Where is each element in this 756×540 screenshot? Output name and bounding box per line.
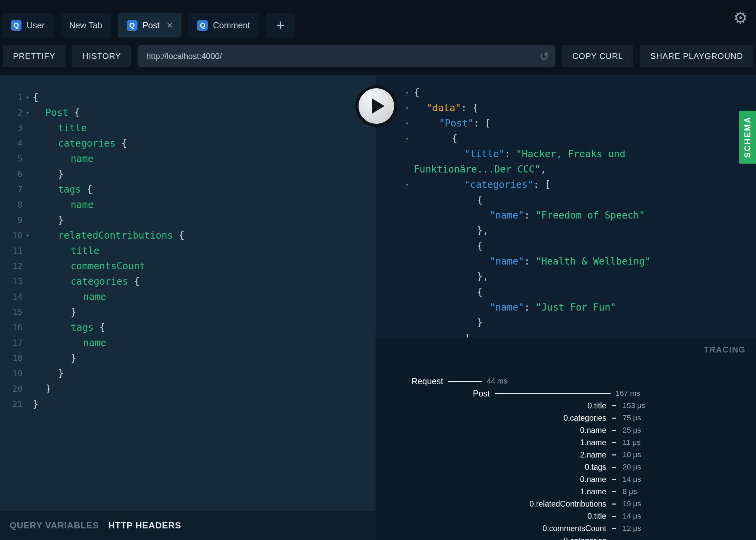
response-line: "name": "Freedom of Speech" [376,208,756,223]
tab-label: Comment [213,20,250,30]
trace-duration: 19 μs [623,499,641,508]
editor-line: 3title [0,120,376,136]
graphql-playground-window: QUserNew TabQPost×QComment+ ⚙ PRETTIFY H… [0,0,756,540]
fold-arrow-icon[interactable]: ▾ [405,85,409,100]
code-text: tags { [33,182,92,197]
response-line: ▾{ [376,131,756,146]
query-editor[interactable]: 1▾{2▾Post {3title4categories {5name6}7ta… [0,75,376,511]
editor-line: 10▾relatedContributions { [0,228,376,243]
settings-gear-icon[interactable]: ⚙ [733,10,748,26]
response-text: Funktionäre...Der CCC", [376,162,546,177]
fold-arrow-icon[interactable]: ▾ [405,116,409,131]
tab-comment[interactable]: QComment [188,13,259,38]
main-area: 1▾{2▾Post {3title4categories {5name6}7ta… [0,75,756,540]
editor-line: 6} [0,166,376,182]
fold-arrow-icon[interactable]: ▾ [405,131,409,146]
query-type-icon: Q [127,20,137,31]
trace-duration: 167 ms [615,389,640,398]
trace-duration: 75 μs [623,414,641,422]
editor-line: 18} [0,350,376,366]
fold-arrow-icon[interactable]: ▾ [23,90,33,105]
fold-arrow-icon[interactable]: ▾ [23,105,33,120]
trace-row: 0.title14 μs [376,510,756,522]
trace-label: 0.categories [376,414,606,423]
fold-gutter [23,289,33,304]
editor-line: 9} [0,212,376,228]
trace-duration: 10 μs [623,450,641,459]
trace-row: 0.name14 μs [376,473,756,485]
trace-row: Post167 ms [376,387,756,400]
response-text: } [376,315,483,330]
code-text: { [33,90,39,105]
response-text: "categories": [ [376,177,551,192]
trace-duration-bar [612,504,616,505]
editor-line: 19} [0,366,376,381]
trace-row: 0.commentsCount12 μs [376,522,756,535]
line-number: 21 [0,396,23,412]
code-text: } [33,166,64,182]
trace-duration: 12 μs [623,524,641,533]
editor-line: 11title [0,243,376,258]
execute-query-play-button[interactable] [355,85,397,127]
new-tab-button[interactable]: + [266,13,295,38]
trace-label: 0.title [376,401,606,410]
http-headers-tab[interactable]: HTTP HEADERS [108,520,181,531]
tab-post[interactable]: QPost× [118,13,182,38]
trace-duration-bar [612,454,616,455]
response-line: Funktionäre...Der CCC", [376,162,756,177]
trace-label: 0.categories [376,536,606,540]
tab-new-tab[interactable]: New Tab [60,13,111,38]
history-button[interactable]: HISTORY [72,45,131,67]
response-text: }, [376,223,489,238]
schema-side-tab[interactable]: SCHEMA [739,111,756,164]
trace-duration: 8 μs [623,487,637,496]
trace-row: Request44 ms [376,375,756,387]
line-number: 18 [0,350,23,366]
trace-label: 0.tags [376,463,606,472]
tracing-panel: TRACING Request44 msPost167 ms0.title153… [376,338,756,540]
copy-curl-button[interactable]: COPY CURL [562,45,634,67]
trace-label: Post [376,389,490,399]
fold-arrow-icon[interactable]: ▾ [405,100,409,116]
response-line: }, [376,269,756,284]
trace-label: 1.name [376,438,606,447]
trace-row: 0.categories75 μs [376,412,756,424]
reload-schema-icon[interactable]: ↺ [539,50,549,62]
response-viewer[interactable]: ▾{▾"data": {▾"Post": [▾{"title": "Hacker… [376,75,756,338]
trace-duration: 14 μs [623,512,641,521]
response-text: { [376,192,483,208]
tab-label: Post [143,20,160,30]
query-variables-tab[interactable]: QUERY VARIABLES [10,520,99,531]
trace-duration-bar [612,491,616,492]
tab-label: User [27,20,45,30]
editor-line: 5name [0,151,376,166]
fold-gutter [23,182,33,197]
tracing-panel-toggle[interactable]: TRACING [704,345,746,355]
code-text: name [33,197,93,212]
endpoint-url-input[interactable]: http://localhost:4000/ ↺ [138,45,555,67]
line-number: 14 [0,289,23,304]
trace-duration: 20 μs [623,463,641,471]
editor-line: 13categories { [0,274,376,289]
line-number: 11 [0,243,23,258]
fold-gutter [23,381,33,396]
line-number: 6 [0,166,23,182]
line-number: 15 [0,304,23,320]
close-tab-icon[interactable]: × [167,20,173,30]
share-playground-button[interactable]: SHARE PLAYGROUND [640,45,753,67]
response-line: ] [376,330,756,338]
fold-arrow-icon[interactable]: ▾ [405,177,409,192]
response-line: { [376,192,756,208]
editor-line: 1▾{ [0,90,376,105]
trace-row: 0.relatedContributions19 μs [376,498,756,510]
response-text: { [376,131,457,146]
trace-duration-bar [448,381,482,382]
fold-gutter [23,212,33,228]
line-number: 3 [0,120,23,136]
fold-arrow-icon[interactable]: ▾ [23,228,33,243]
editor-line: 2▾Post { [0,105,376,120]
trace-label: 0.name [376,426,606,435]
tab-user[interactable]: QUser [2,13,54,38]
prettify-button[interactable]: PRETTIFY [3,45,66,67]
code-text: } [33,304,76,320]
